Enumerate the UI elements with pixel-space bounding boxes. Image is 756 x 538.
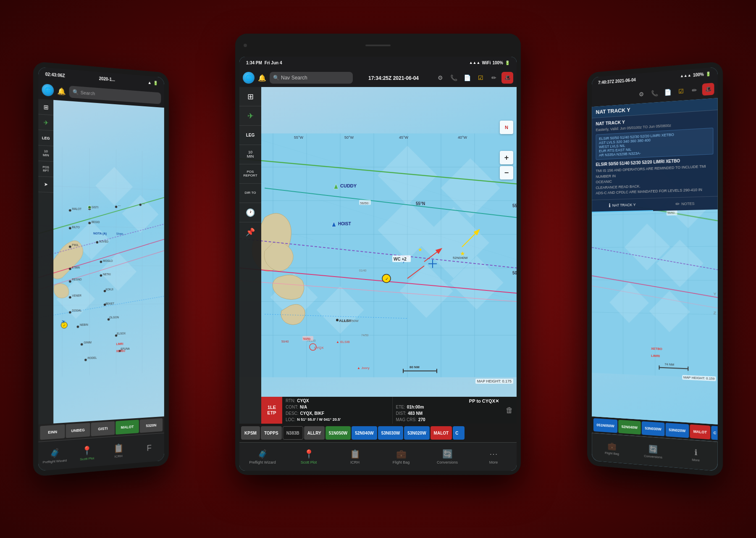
right-wp-53n020w[interactable]: 53N020W xyxy=(666,423,689,438)
center-layers-btn[interactable]: ⊞ xyxy=(239,87,261,106)
globe-icon-center[interactable]: 🌐 xyxy=(243,72,255,84)
svg-text:RESNO: RESNO xyxy=(72,278,81,281)
zoom-out-btn[interactable]: − xyxy=(500,166,513,179)
left-chip-5320n[interactable]: 5320N xyxy=(140,418,163,433)
left-layers-btn[interactable]: ⊞ xyxy=(38,99,53,115)
waypoint-info-box: 1LE ETP RTN: CYQX CONT: N/A xyxy=(261,397,517,424)
center-scottplot-icon: 📍 xyxy=(304,449,314,459)
right-tab-conversions[interactable]: 🔄 Conversions xyxy=(633,436,675,467)
right-wp-53n030w[interactable]: 53N030W xyxy=(642,421,665,436)
svg-text:BEGID: BEGID xyxy=(92,221,100,224)
checklist-icon-right[interactable]: ☑ xyxy=(675,85,687,98)
center-airplane-btn[interactable]: ✈ xyxy=(239,106,261,126)
svg-text:Z: Z xyxy=(714,311,716,316)
wp-n383b[interactable]: N383B xyxy=(283,426,303,440)
doc-icon-right[interactable]: 📄 xyxy=(662,86,674,98)
svg-text:CYQX: CYQX xyxy=(314,346,324,350)
nat-tab-1[interactable]: ℹ NAT TRACK Y xyxy=(592,198,653,213)
waypoint-info-header: 1LE ETP RTN: CYQX CONT: N/A xyxy=(261,397,517,424)
globe-icon-left[interactable]: 🌐 xyxy=(42,84,54,97)
center-icrh-label: ICRH xyxy=(350,460,360,464)
svg-point-34 xyxy=(84,359,87,361)
right-tab-more[interactable]: ℹ More xyxy=(674,439,717,471)
phone-icon-center[interactable]: 📞 xyxy=(448,72,459,84)
left-tab-icrh[interactable]: 📋 ICRH xyxy=(103,435,134,466)
svg-text:ETARI: ETARI xyxy=(72,266,80,269)
pencil-icon-center[interactable]: ✏ xyxy=(488,72,500,84)
right-wp-malot[interactable]: MALOT xyxy=(690,425,711,440)
right-wp-c[interactable]: C xyxy=(711,426,717,440)
close-popup-btn[interactable]: ✕ xyxy=(495,398,499,404)
left-leg-btn[interactable]: LEG xyxy=(38,130,53,146)
wp-allry[interactable]: ALLRY xyxy=(304,426,325,440)
wp-c[interactable]: C xyxy=(453,426,465,440)
left-tab-scottplot[interactable]: 📍 Scott Plot xyxy=(71,438,103,468)
wp-kpsm[interactable]: KPSM xyxy=(241,426,260,440)
search-icon-center: 🔍 xyxy=(273,75,279,81)
search-box-left[interactable]: 🔍 Search xyxy=(69,86,161,104)
center-pos-btn[interactable]: POSREPORT xyxy=(239,164,261,184)
bell-icon-center[interactable]: 🔔 xyxy=(257,73,267,83)
hat-icon-center[interactable]: 🎩 xyxy=(501,72,513,84)
left-chip-unbeg[interactable]: UNBEG xyxy=(66,423,90,438)
gear-icon-right[interactable]: ⚙ xyxy=(635,88,647,100)
delete-btn[interactable]: 🗑 xyxy=(502,397,517,424)
left-dir-btn[interactable]: ➤ xyxy=(38,177,53,193)
zoom-in-btn[interactable]: + xyxy=(500,151,513,164)
left-chip-einn[interactable]: EINN xyxy=(40,425,65,440)
wp-53n030w[interactable]: 53N030W xyxy=(378,426,403,440)
center-pin-btn[interactable]: 📌 xyxy=(239,222,261,242)
center-tab-preflight[interactable]: 🧳 Preflight Wizard xyxy=(239,443,286,471)
center-flightbag-label: Flight Bag xyxy=(393,460,410,464)
center-date-status: Fri Jun 4 xyxy=(265,61,282,65)
hat-icon-right[interactable]: 🎩 xyxy=(702,83,714,96)
svg-text:LIMRI: LIMRI xyxy=(651,354,660,358)
left-chip-malot[interactable]: MALOT xyxy=(116,419,139,434)
bell-icon-left[interactable]: 🔔 xyxy=(56,86,66,97)
wp-topps[interactable]: TOPPS xyxy=(261,426,282,440)
left-tab-partial[interactable]: F xyxy=(134,433,164,463)
left-pos-btn[interactable]: POSRPT xyxy=(38,161,53,177)
left-airplane-btn[interactable]: ✈ xyxy=(38,114,53,131)
right-wp-051n050w[interactable]: 051N050W xyxy=(593,418,617,433)
search-placeholder-left: Search xyxy=(81,90,95,96)
center-tab-conversions[interactable]: 🔄 Conversions xyxy=(424,443,470,471)
nat-content: NAT TRACK Y Easterly, Valid: Jun 05/0100… xyxy=(592,110,718,200)
wp-malot[interactable]: MALOT xyxy=(430,426,452,440)
nat-tab-2[interactable]: ✏ NOTES xyxy=(653,196,718,211)
wp-51n050w[interactable]: 51N050W xyxy=(326,426,351,440)
center-leg-btn[interactable]: LEG xyxy=(239,126,261,145)
checklist-icon-center[interactable]: ☑ xyxy=(475,72,486,84)
right-wp-52n040w[interactable]: 52N040W xyxy=(618,420,641,435)
center-battery-icon: 🔋 xyxy=(505,61,510,65)
center-tab-icrh[interactable]: 📋 ICRH xyxy=(332,443,378,471)
svg-point-69 xyxy=(88,206,91,209)
svg-point-32 xyxy=(81,343,83,345)
center-dir-btn[interactable]: DIR TO xyxy=(239,184,261,203)
doc-icon-center[interactable]: 📄 xyxy=(461,72,473,84)
waypoint-fields-right: PP to CYQX ✕ ETE: 01h:00m DIST: 483 NM xyxy=(392,397,503,424)
field-cont: CONT: N/A xyxy=(286,405,389,410)
svg-text:50°N: 50°N xyxy=(512,271,517,275)
left-timer-btn[interactable]: 10MIN xyxy=(38,145,53,162)
wp-52n040w[interactable]: 52N040W xyxy=(352,426,377,440)
search-box-center[interactable]: 🔍 Nav Search xyxy=(270,72,353,84)
svg-text:DOGAL: DOGAL xyxy=(72,309,81,312)
phone-icon-right[interactable]: 📞 xyxy=(648,87,660,100)
center-tab-scottplot[interactable]: 📍 Scott Plot xyxy=(286,443,332,471)
center-camera xyxy=(244,44,247,47)
left-chip-gisti[interactable]: GISTI xyxy=(91,421,115,436)
center-scottplot-label: Scott Plot xyxy=(301,460,317,464)
left-tab-preflight[interactable]: 🧳 Preflight Wizard xyxy=(38,440,71,471)
right-tab-flightbag[interactable]: 💼 Flight Bag xyxy=(592,433,632,464)
center-tab-flightbag[interactable]: 💼 Flight Bag xyxy=(378,443,424,471)
left-battery: 🔋 xyxy=(153,80,158,85)
svg-text:40°W: 40°W xyxy=(458,135,467,140)
compass-rose[interactable]: N xyxy=(500,121,513,134)
center-tab-more[interactable]: ⋯ More xyxy=(470,443,517,471)
wp-53n020w[interactable]: 53N020W xyxy=(404,426,429,440)
pencil-icon-right[interactable]: ✏ xyxy=(688,84,700,97)
gear-icon-center[interactable]: ⚙ xyxy=(434,72,446,84)
center-timer-btn[interactable]: 10MIN xyxy=(239,145,261,164)
center-clock-btn[interactable]: 🕐 xyxy=(239,203,261,222)
